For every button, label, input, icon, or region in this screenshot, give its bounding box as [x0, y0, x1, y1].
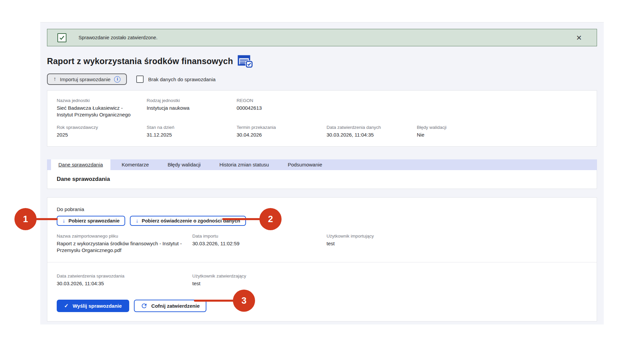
field-file-name: Nazwa zaimportowanego pliku Raport z wyk…: [57, 234, 192, 254]
field-label: Data importu: [192, 234, 317, 239]
page-title: Raport z wykorzystania środków finansowy…: [47, 56, 233, 66]
action-buttons: ✓ Wyślij sprawozdanie Cofnij zatwierdzen…: [57, 300, 587, 312]
section-heading: Dane sprawozdania: [57, 176, 110, 183]
field-value: 31.12.2025: [147, 132, 227, 138]
close-icon[interactable]: ✕: [576, 34, 582, 41]
download-heading: Do pobrania: [57, 206, 587, 212]
tab-dane-sprawozdania[interactable]: Dane sprawozdania: [51, 159, 110, 170]
field-label: Rodzaj jednostki: [147, 98, 227, 103]
field-label: Błędy walidacji: [417, 125, 578, 130]
field-label: Nazwa zaimportowanego pliku: [57, 234, 183, 239]
report-info-row2: Rok sprawozdawczy 2025 Stan na dzień 31.…: [57, 125, 587, 138]
callout-badge-2: 2: [259, 208, 282, 230]
field-unit-name: Nazwa jednostki Sieć Badawcza Łukasiewic…: [57, 98, 147, 118]
report-info-row1: Nazwa jednostki Sieć Badawcza Łukasiewic…: [57, 98, 587, 118]
callout-badge-1: 1: [14, 208, 37, 230]
field-value: 2025: [57, 132, 137, 138]
panel-divider: [47, 262, 597, 262]
field-label: Data zatwierdzenia sprawozdania: [57, 273, 183, 279]
no-data-checkbox-row: Brak danych do sprawozdania: [136, 76, 215, 83]
approval-info: Data zatwierdzenia sprawozdania 30.03.20…: [57, 273, 587, 287]
field-value: Raport z wykorzystania środków finansowy…: [57, 240, 183, 254]
arrow-down-icon: ↓: [62, 218, 65, 224]
field-report-year: Rok sprawozdawczy 2025: [57, 125, 147, 138]
download-buttons: ↓ Pobierz sprawozdanie ↓ Pobierz oświadc…: [57, 216, 587, 226]
refresh-icon: [141, 302, 148, 309]
section-heading-panel: Dane sprawozdania: [47, 170, 597, 189]
field-value: 30.04.2026: [237, 132, 317, 138]
field-label: Użytkownik importujący: [327, 234, 578, 239]
download-report-button[interactable]: ↓ Pobierz sprawozdanie: [57, 216, 125, 226]
send-report-button[interactable]: ✓ Wyślij sprawozdanie: [57, 300, 129, 312]
field-value: 30.03.2026, 11:04:35: [327, 132, 407, 138]
undo-approval-label: Cofnij zatwierdzenie: [151, 303, 200, 309]
report-data-panel: Do pobrania ↓ Pobierz sprawozdanie ↓ Pob…: [47, 197, 597, 321]
download-statement-button[interactable]: ↓ Pobierz oświadczenie o zgodności danyc…: [130, 216, 246, 226]
field-value: Nie: [417, 132, 578, 138]
check-icon: ✓: [64, 303, 68, 309]
download-report-label: Pobierz sprawozdanie: [68, 218, 119, 223]
tab-komentarze[interactable]: Komentarze: [118, 159, 152, 170]
field-value: test: [327, 240, 578, 247]
arrow-up-icon: ↑: [53, 76, 56, 83]
field-import-date: Data importu 30.03.2026, 11:02:59: [192, 234, 327, 254]
field-value: 000042613: [237, 105, 317, 111]
field-approving-user: Użytkownik zatwierdzający test: [192, 273, 587, 287]
import-report-button[interactable]: ↑ Importuj sprawozdanie i: [47, 73, 127, 85]
import-report-label: Importuj sprawozdanie: [60, 77, 111, 82]
field-import-user: Użytkownik importujący test: [327, 234, 587, 254]
field-regon: REGON 000042613: [237, 98, 327, 118]
tab-bledy-walidacji[interactable]: Błędy walidacji: [164, 159, 204, 170]
imported-file-info: Nazwa zaimportowanego pliku Raport z wyk…: [57, 234, 587, 254]
report-document-icon: [238, 55, 253, 68]
tab-podsumowanie[interactable]: Podsumowanie: [284, 159, 326, 170]
title-row: Raport z wykorzystania środków finansowy…: [47, 54, 597, 68]
toolbar: ↑ Importuj sprawozdanie i Brak danych do…: [47, 73, 597, 85]
no-data-checkbox[interactable]: [136, 76, 144, 83]
field-label: Nazwa jednostki: [57, 98, 137, 103]
field-validation-errors: Błędy walidacji Nie: [417, 125, 587, 138]
callout-badge-3: 3: [233, 290, 255, 312]
report-info-panel: Nazwa jednostki Sieć Badawcza Łukasiewic…: [47, 90, 597, 147]
field-value: Instytucja naukowa: [147, 105, 227, 111]
no-data-checkbox-label: Brak danych do sprawozdania: [148, 77, 215, 82]
field-value: 30.03.2026, 11:04:35: [57, 280, 183, 287]
field-approval-date: Data zatwierdzenia danych 30.03.2026, 11…: [327, 125, 417, 138]
field-label: Użytkownik zatwierdzający: [192, 273, 578, 279]
success-banner: Sprawozdanie zostało zatwierdzone. ✕: [47, 29, 597, 46]
banner-message: Sprawozdanie zostało zatwierdzone.: [79, 35, 157, 40]
field-label: Stan na dzień: [147, 125, 227, 130]
page-container: Sprawozdanie zostało zatwierdzone. ✕ Rap…: [40, 22, 604, 324]
arrow-down-icon: ↓: [136, 218, 138, 224]
tab-bar: Dane sprawozdania Komentarze Błędy walid…: [47, 159, 597, 170]
send-report-label: Wyślij sprawozdanie: [72, 303, 121, 309]
field-deadline: Termin przekazania 30.04.2026: [237, 125, 327, 138]
info-icon[interactable]: i: [114, 76, 120, 83]
checkbox-checked-icon: [57, 33, 66, 42]
field-value: test: [192, 280, 578, 287]
field-label: REGON: [237, 98, 317, 103]
field-as-of-date: Stan na dzień 31.12.2025: [147, 125, 237, 138]
field-value: 30.03.2026, 11:02:59: [192, 240, 317, 247]
field-value: Sieć Badawcza Łukasiewicz - Instytut Prz…: [57, 105, 137, 118]
field-label: Termin przekazania: [237, 125, 317, 130]
field-report-approval-date: Data zatwierdzenia sprawozdania 30.03.20…: [57, 273, 192, 287]
field-label: Rok sprawozdawczy: [57, 125, 137, 130]
field-unit-type: Rodzaj jednostki Instytucja naukowa: [147, 98, 237, 118]
tab-historia-zmian-statusu[interactable]: Historia zmian statusu: [216, 159, 273, 170]
field-label: Data zatwierdzenia danych: [327, 125, 407, 130]
